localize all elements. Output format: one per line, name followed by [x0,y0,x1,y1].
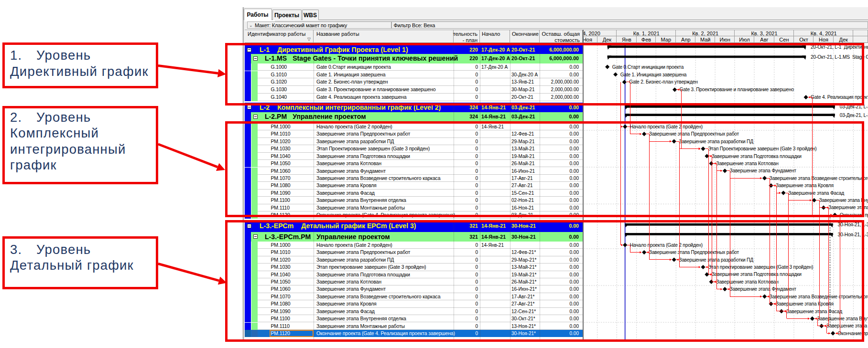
svg-text:03-Дек-21, L-2.PM: 03-Дек-21, L-2.PM [840,113,868,118]
